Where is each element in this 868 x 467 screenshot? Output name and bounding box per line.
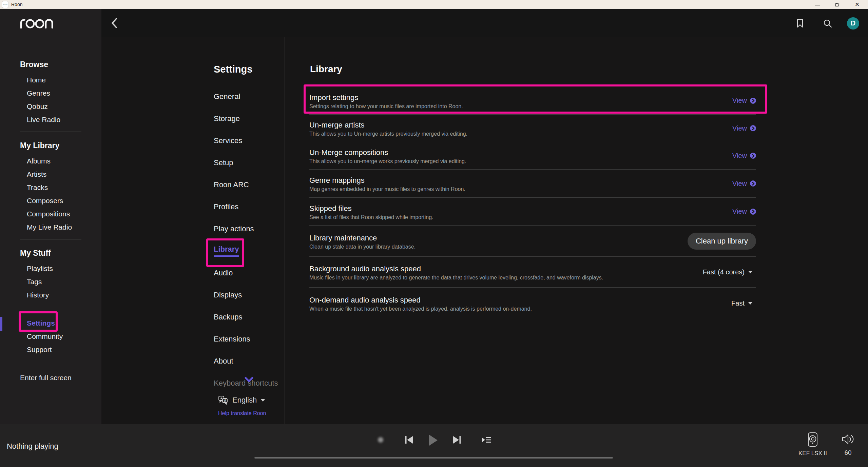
queue-button[interactable] (481, 436, 491, 444)
now-playing-status: Nothing playing (7, 442, 58, 451)
settings-menu-item-roon-arc[interactable]: Roon ARC (214, 174, 278, 196)
sidebar-item-my-live-radio[interactable]: My Live Radio (0, 220, 101, 234)
menu-divider (213, 387, 284, 387)
volume-value: 60 (834, 449, 862, 456)
settings-menu-item-setup[interactable]: Setup (214, 152, 278, 174)
sidebar-item-live-radio[interactable]: Live Radio (0, 113, 101, 126)
next-track-button[interactable] (452, 435, 462, 444)
search-icon[interactable] (823, 19, 832, 28)
sidebar-item-support[interactable]: Support (0, 343, 101, 356)
sidebar-item-composers[interactable]: Composers (0, 194, 101, 207)
settings-menu-title: Settings (214, 63, 252, 75)
sidebar-header-my-library: My Library (0, 141, 101, 150)
previous-track-button[interactable] (404, 435, 414, 444)
window-restore-button[interactable] (832, 0, 842, 9)
settings-menu-item-backups[interactable]: Backups (214, 306, 278, 328)
sidebar-item-home[interactable]: Home (0, 73, 101, 86)
chevron-right-icon (750, 125, 756, 131)
on-demand-speed-dropdown[interactable]: Fast (731, 299, 756, 307)
sidebar-item-settings[interactable]: Settings (0, 316, 101, 330)
sidebar-item-tracks[interactable]: Tracks (0, 181, 101, 194)
settings-menu-item-audio[interactable]: Audio (214, 262, 278, 284)
window-close-button[interactable]: ✕ (852, 0, 862, 9)
view-button[interactable]: View (732, 180, 756, 188)
chevron-right-icon (750, 209, 756, 215)
sidebar-item-enter-full-screen[interactable]: Enter full screen (0, 371, 101, 384)
settings-menu-item-profiles[interactable]: Profiles (214, 196, 278, 218)
settings-menu-item-general[interactable]: General (214, 85, 278, 108)
view-button[interactable]: View (732, 97, 756, 104)
row-on-demand-analysis-speed[interactable]: On-demand audio analysis speed When a mu… (309, 288, 756, 319)
settings-menu-item-library[interactable]: Library (214, 240, 278, 262)
language-selector[interactable]: A English (218, 395, 265, 405)
seek-bar[interactable] (254, 457, 613, 459)
help-translate-link[interactable]: Help translate Roon (218, 410, 266, 416)
player-bar: Nothing playing KEF LSX II 60 (0, 424, 868, 467)
row-genre-mappings[interactable]: Genre mappings Map genres embedded in yo… (309, 170, 756, 198)
library-settings-page: Library Import settings Settings relatin… (285, 37, 868, 424)
sidebar-divider (20, 307, 81, 307)
top-header: D (101, 9, 868, 37)
row-library-maintenance[interactable]: Library maintenance Clean up stale data … (309, 226, 756, 257)
svg-text:A: A (224, 399, 226, 403)
settings-menu-item-services[interactable]: Services (214, 130, 278, 152)
settings-menu-item-keyboard-shortcuts[interactable]: Keyboard shortcuts (214, 372, 278, 394)
scroll-more-chevron-icon[interactable] (245, 377, 253, 383)
sidebar-item-albums[interactable]: Albums (0, 154, 101, 168)
row-skipped-files[interactable]: Skipped files See a list of files that R… (309, 198, 756, 226)
row-un-merge-compositions[interactable]: Un-Merge compositions This allows you to… (309, 142, 756, 170)
sidebar-header-browse: Browse (0, 60, 101, 69)
chevron-down-icon (261, 399, 265, 402)
sidebar-item-playlists[interactable]: Playlists (0, 262, 101, 275)
chevron-down-icon (748, 302, 752, 305)
background-speed-dropdown[interactable]: Fast (4 cores) (703, 268, 756, 276)
settings-menu-item-storage[interactable]: Storage (214, 108, 278, 130)
sidebar: Browse Home Genres Qobuz Live Radio My L… (0, 9, 101, 424)
window-minimize-button[interactable]: — (812, 0, 823, 9)
settings-menu: Settings General Storage Services Setup … (101, 37, 285, 424)
sidebar-divider (20, 132, 81, 132)
sidebar-item-qobuz[interactable]: Qobuz (0, 100, 101, 113)
chevron-right-icon (750, 98, 756, 104)
view-button[interactable]: View (732, 152, 756, 160)
chevron-down-icon (748, 271, 752, 273)
record-icon[interactable] (378, 437, 383, 443)
volume-icon (842, 434, 854, 445)
window-titlebar: roon Roon — ✕ (0, 0, 868, 9)
sidebar-item-compositions[interactable]: Compositions (0, 207, 101, 220)
play-button[interactable] (428, 434, 438, 446)
window-title: Roon (11, 0, 22, 9)
settings-menu-item-displays[interactable]: Displays (214, 284, 278, 306)
sidebar-item-history[interactable]: History (0, 288, 101, 301)
bookmark-icon[interactable] (796, 18, 804, 28)
zone-selector[interactable]: KEF LSX II (792, 432, 833, 457)
translate-icon: A (218, 395, 228, 405)
chevron-right-icon (750, 153, 756, 159)
roon-app-icon: roon (2, 1, 8, 8)
sidebar-divider (20, 362, 81, 362)
sidebar-item-artists[interactable]: Artists (0, 168, 101, 181)
chevron-right-icon (750, 180, 756, 187)
language-label: English (232, 396, 257, 405)
zone-name: KEF LSX II (792, 450, 833, 457)
user-avatar[interactable]: D (847, 17, 859, 30)
settings-menu-item-extensions[interactable]: Extensions (214, 328, 278, 350)
settings-menu-item-about[interactable]: About (214, 350, 278, 372)
back-button[interactable] (110, 17, 122, 30)
page-title: Library (310, 63, 342, 75)
volume-control[interactable]: 60 (834, 434, 862, 456)
row-un-merge-artists[interactable]: Un-merge artists This allows you to Un-m… (309, 115, 756, 142)
clean-up-library-button[interactable]: Clean up library (688, 233, 756, 250)
sidebar-item-community[interactable]: Community (0, 330, 101, 343)
row-background-analysis-speed[interactable]: Background audio analysis speed Music fi… (309, 257, 756, 288)
sidebar-item-genres[interactable]: Genres (0, 86, 101, 100)
row-import-settings[interactable]: Import settings Settings relating to how… (309, 87, 756, 115)
view-button[interactable]: View (732, 208, 756, 215)
settings-menu-item-play-actions[interactable]: Play actions (214, 218, 278, 240)
sidebar-item-tags[interactable]: Tags (0, 275, 101, 288)
active-item-accent-bar (0, 317, 2, 331)
view-button[interactable]: View (732, 124, 756, 132)
sidebar-divider (20, 239, 81, 239)
sidebar-header-my-stuff: My Stuff (0, 248, 101, 258)
speaker-icon (807, 432, 819, 447)
